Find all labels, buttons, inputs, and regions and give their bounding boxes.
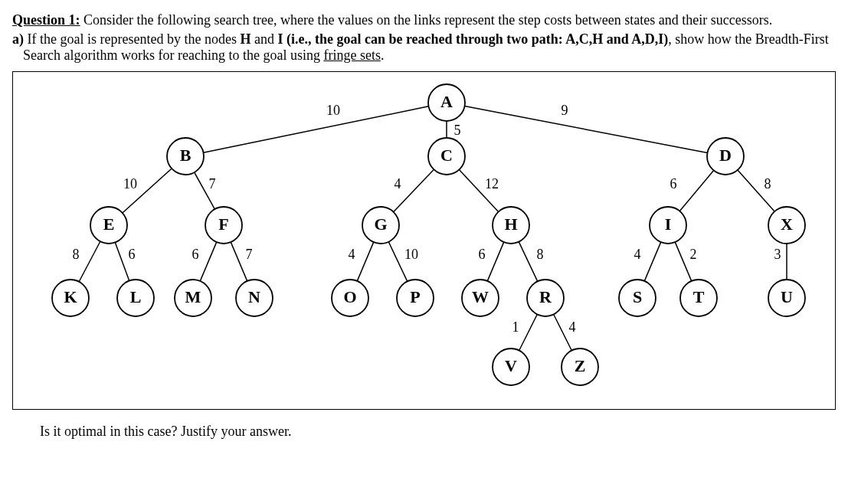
tree-node-label: C	[440, 146, 453, 165]
tree-node-label: A	[440, 92, 453, 111]
tree-node-label: W	[472, 287, 489, 306]
tree-edge	[644, 242, 660, 281]
tree-node-label: U	[781, 287, 793, 306]
edge-cost-label: 4	[634, 247, 641, 262]
edge-cost-label: 4	[569, 319, 576, 335]
part-a-period: .	[381, 47, 385, 63]
tree-node-label: Z	[575, 356, 586, 375]
tree-node-label: O	[343, 287, 356, 306]
edge-cost-label: 4	[349, 247, 355, 262]
edge-cost-label: 1	[512, 319, 519, 335]
edge-cost-label: 12	[485, 176, 499, 191]
part-a-mid1: and	[250, 31, 277, 47]
tree-node-label: I	[665, 214, 672, 234]
edge-cost-label: 7	[246, 247, 253, 262]
edge-cost-label: 10	[123, 176, 137, 191]
edge-cost-label: 6	[129, 247, 136, 262]
part-a-bold-paths: (i.e., the goal can be reached through t…	[283, 31, 668, 47]
tree-node-label: S	[633, 287, 642, 306]
edge-cost-label: 4	[395, 176, 401, 191]
tree-node-label: T	[693, 287, 705, 306]
edge-cost-label: 10	[404, 247, 418, 262]
tree-edge	[79, 241, 100, 282]
question-label: Question 1:	[12, 12, 80, 28]
part-a: a) If the goal is represented by the nod…	[23, 31, 836, 64]
tree-edge	[679, 170, 713, 211]
part-a-label: a)	[12, 31, 24, 47]
question-intro: Question 1: Consider the following searc…	[12, 12, 836, 28]
tree-node-label: G	[374, 214, 387, 234]
tree-node-label: L	[130, 287, 142, 306]
edge-cost-label: 8	[537, 247, 544, 262]
tree-edge	[204, 106, 429, 152]
tree-node-label: V	[505, 356, 517, 375]
edge-cost-label: 3	[774, 247, 781, 262]
tree-node-label: D	[719, 146, 732, 165]
part-a-h: H	[240, 31, 250, 47]
tree-node-label: H	[504, 214, 517, 234]
edge-cost-label: 6	[192, 247, 199, 262]
tree-node-label: E	[103, 214, 115, 234]
tree-diagram: 10591074126886674106842314ABCDEFGHIXKLMN…	[13, 72, 835, 409]
tree-diagram-box: 10591074126886674106842314ABCDEFGHIXKLMN…	[12, 71, 836, 410]
footer-question: Is it optimal in this case? Justify your…	[40, 424, 836, 440]
edge-cost-label: 5	[454, 123, 461, 138]
tree-edge	[231, 242, 247, 281]
tree-edge	[357, 242, 373, 281]
tree-node-label: N	[248, 287, 260, 306]
tree-node-label: K	[64, 287, 77, 306]
question-intro-text: Consider the following search tree, wher…	[80, 12, 773, 28]
tree-edge	[465, 106, 708, 153]
tree-edge	[675, 242, 691, 281]
edge-cost-label: 7	[209, 176, 216, 191]
tree-node-label: F	[218, 214, 228, 234]
tree-node-label: X	[781, 214, 793, 234]
part-a-prefix: If the goal is represented by the nodes	[24, 31, 240, 47]
tree-edge	[519, 314, 538, 350]
tree-node-label: M	[185, 287, 201, 306]
edge-cost-label: 6	[670, 176, 677, 191]
tree-edge	[200, 242, 216, 281]
tree-edge	[519, 242, 537, 282]
edge-cost-label: 10	[326, 103, 340, 118]
tree-node-label: R	[539, 287, 552, 306]
tree-node-label: P	[410, 287, 420, 306]
edge-cost-label: 2	[690, 247, 697, 262]
edge-cost-label: 9	[562, 103, 568, 118]
tree-edge	[487, 242, 503, 281]
tree-node-label: B	[180, 146, 192, 165]
tree-edge	[115, 243, 129, 281]
edge-cost-label: 8	[765, 176, 771, 191]
edge-cost-label: 8	[73, 247, 80, 262]
part-a-fringe: fringe sets	[323, 47, 380, 63]
edge-cost-label: 6	[479, 247, 486, 262]
